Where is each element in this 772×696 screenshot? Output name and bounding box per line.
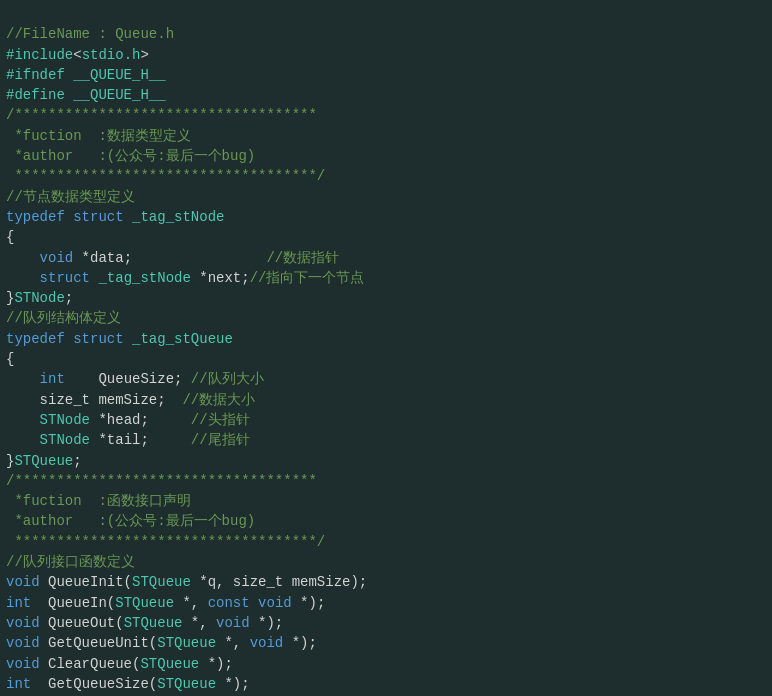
code-token: ************************************/ xyxy=(6,168,325,184)
code-line: //队列接口函数定义 xyxy=(6,552,766,572)
code-line: STNode *head; //头指针 xyxy=(6,410,766,430)
code-line: *fuction :函数接口声明 xyxy=(6,491,766,511)
code-line: void GetQueueUnit(STQueue *, void *); xyxy=(6,633,766,653)
code-token: QueueSize; xyxy=(65,371,191,387)
code-line: /************************************ xyxy=(6,471,766,491)
code-token: typedef xyxy=(6,331,65,347)
code-line: #include<stdio.h> xyxy=(6,45,766,65)
code-token xyxy=(124,209,132,225)
code-token: void xyxy=(250,635,284,651)
code-token: struct xyxy=(40,270,90,286)
code-token: /************************************ xyxy=(6,473,317,489)
code-token: /************************************ xyxy=(6,107,317,123)
code-token: typedef xyxy=(6,209,65,225)
code-line: *author :(公众号:最后一个bug) xyxy=(6,146,766,166)
code-token: #include xyxy=(6,47,73,63)
code-token: void xyxy=(40,250,74,266)
code-token: *); xyxy=(199,656,233,672)
code-token: //尾指针 xyxy=(191,432,250,448)
code-token: *data; xyxy=(73,250,266,266)
code-line: void *data; //数据指针 xyxy=(6,248,766,268)
code-token: _tag_stNode xyxy=(98,270,190,286)
code-token: *tail; xyxy=(90,432,191,448)
code-token: < xyxy=(73,47,81,63)
code-token: *, xyxy=(216,635,250,651)
code-token: *head; xyxy=(90,412,191,428)
code-token xyxy=(65,209,73,225)
code-token: STQueue xyxy=(14,453,73,469)
code-line: void QueueOut(STQueue *, void *); xyxy=(6,613,766,633)
code-token: STQueue xyxy=(140,656,199,672)
code-line: //节点数据类型定义 xyxy=(6,187,766,207)
code-line: #define __QUEUE_H__ xyxy=(6,85,766,105)
code-token: int xyxy=(6,676,31,692)
code-token: _tag_stNode xyxy=(132,209,224,225)
code-token: STQueue xyxy=(132,574,191,590)
code-token: ************************************/ xyxy=(6,534,325,550)
code-token: size_t memSize; xyxy=(6,392,182,408)
code-token: //数据大小 xyxy=(182,392,255,408)
code-token: struct xyxy=(73,209,123,225)
code-token: //队列结构体定义 xyxy=(6,310,121,326)
code-line: void QueueInit(STQueue *q, size_t memSiz… xyxy=(6,572,766,592)
code-token: { xyxy=(6,229,14,245)
code-token: struct xyxy=(73,331,123,347)
code-token: //节点数据类型定义 xyxy=(6,189,135,205)
code-token: #define __QUEUE_H__ xyxy=(6,87,166,103)
code-token: STNode xyxy=(40,432,90,448)
code-token xyxy=(6,270,40,286)
code-token: void xyxy=(6,635,40,651)
code-token: //队列接口函数定义 xyxy=(6,554,135,570)
code-token: ; xyxy=(73,453,81,469)
code-token: void xyxy=(216,615,250,631)
code-token xyxy=(6,412,40,428)
code-token: *, xyxy=(182,615,216,631)
code-line: /************************************ xyxy=(6,105,766,125)
code-token: QueueOut( xyxy=(40,615,124,631)
code-token: *fuction :数据类型定义 xyxy=(6,128,191,144)
code-line: { xyxy=(6,227,766,247)
code-line: #ifndef __QUEUE_H__ xyxy=(6,65,766,85)
code-token xyxy=(6,432,40,448)
code-token: int xyxy=(40,371,65,387)
code-token: *); xyxy=(216,676,250,692)
code-line: int QueueSize; //队列大小 xyxy=(6,369,766,389)
code-line: size_t memSize; //数据大小 xyxy=(6,390,766,410)
code-token: *author :(公众号:最后一个bug) xyxy=(6,513,255,529)
code-token: //头指针 xyxy=(191,412,250,428)
code-token xyxy=(124,331,132,347)
code-token: //指向下一个节点 xyxy=(250,270,365,286)
code-line: typedef struct _tag_stQueue xyxy=(6,329,766,349)
code-line: STNode *tail; //尾指针 xyxy=(6,430,766,450)
code-line: void ClearQueue(STQueue *); xyxy=(6,654,766,674)
code-token: void xyxy=(6,615,40,631)
code-token xyxy=(6,250,40,266)
code-line: *author :(公众号:最后一个bug) xyxy=(6,511,766,531)
code-line: //队列结构体定义 xyxy=(6,308,766,328)
code-line: }STNode; xyxy=(6,288,766,308)
code-token: //数据指针 xyxy=(266,250,339,266)
code-token: //队列大小 xyxy=(191,371,264,387)
code-line: int QueueIn(STQueue *, const void *); xyxy=(6,593,766,613)
code-line: int GetQueueSize(STQueue *); xyxy=(6,674,766,694)
code-token: STQueue xyxy=(157,635,216,651)
code-token: STQueue xyxy=(124,615,183,631)
code-token: //FileName : Queue.h xyxy=(6,26,174,42)
code-token: > xyxy=(140,47,148,63)
code-token xyxy=(250,595,258,611)
code-editor: //FileName : Queue.h#include<stdio.h>#if… xyxy=(6,4,766,696)
code-token: *); xyxy=(250,615,284,631)
code-token: #ifndef __QUEUE_H__ xyxy=(6,67,166,83)
code-token: _tag_stQueue xyxy=(132,331,233,347)
code-token xyxy=(65,331,73,347)
code-line: { xyxy=(6,349,766,369)
code-token: ; xyxy=(65,290,73,306)
code-token: *author :(公众号:最后一个bug) xyxy=(6,148,255,164)
code-line: ************************************/ xyxy=(6,166,766,186)
code-token: void xyxy=(258,595,292,611)
code-token: STNode xyxy=(14,290,64,306)
code-line: typedef struct _tag_stNode xyxy=(6,207,766,227)
code-token xyxy=(6,371,40,387)
code-line: }STQueue; xyxy=(6,451,766,471)
code-token: ClearQueue( xyxy=(40,656,141,672)
